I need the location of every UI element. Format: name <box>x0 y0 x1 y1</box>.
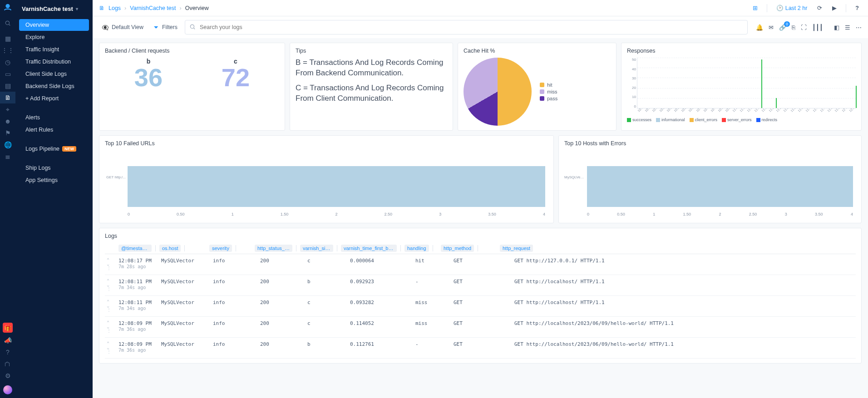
default-view-button[interactable]: 👁️‍🗨️ Default View <box>99 22 146 33</box>
panel-backend-client: Backend / Client requests b 36 c 72 <box>99 43 285 131</box>
refresh-icon[interactable]: ⟳ <box>814 3 825 13</box>
play-icon[interactable]: ▶ <box>829 3 839 13</box>
bar-label: MySQLVecto... <box>564 175 585 179</box>
panel-title: Logs <box>105 233 856 239</box>
help-icon[interactable]: ? <box>0 346 15 358</box>
log-row[interactable]: ⌃⌄⋮12:08:09 PMMySQLVectorinfo200b0.11276… <box>105 338 856 359</box>
rail-box-icon[interactable]: ▭ <box>0 68 15 80</box>
sidebar: VarnishCache test ▾ OverviewExploreTraff… <box>15 0 93 398</box>
legend-item: successes <box>627 118 651 122</box>
grid-view-icon[interactable]: ⊞ <box>750 3 760 13</box>
bar-label: GET http:/... <box>105 175 126 179</box>
topbar: 🗎 Logs › VarnishCache test › Overview ⊞ … <box>93 0 868 16</box>
rail-clock-icon[interactable]: ◷ <box>0 56 15 68</box>
avatar[interactable] <box>3 385 12 394</box>
panel-responses: Responses 50403020100 10:10 AM10:12 AM10… <box>621 43 862 131</box>
gift-icon[interactable]: 🎁 <box>3 323 13 333</box>
filters-button[interactable]: ⏷ Filters <box>151 22 180 32</box>
fullscreen-icon[interactable]: ⛶ <box>801 24 807 31</box>
export-icon[interactable]: ⎘ <box>792 24 795 31</box>
log-column-severity[interactable]: severity <box>209 245 232 252</box>
sidebar-item-client-side-logs[interactable]: Client Side Logs <box>19 68 89 80</box>
log-row[interactable]: ⌃⌄⋮12:08:11 PMMySQLVectorinfo200b0.09292… <box>105 275 856 296</box>
sidebar-item-alert-rules[interactable]: Alert Rules <box>19 124 89 136</box>
rail-dashboard-icon[interactable]: ▦ <box>0 33 15 44</box>
rail-face-icon[interactable]: ☻ <box>0 115 15 127</box>
log-row[interactable]: ⌃⌄⋮12:08:11 PMMySQLVectorinfo200c0.09328… <box>105 296 856 317</box>
legend-item: redirects <box>756 118 778 122</box>
logs-body: ⌃⌄⋮12:08:17 PMMySQLVectorinfo200c0.00006… <box>105 254 856 359</box>
workspace-name: VarnishCache test <box>22 5 73 12</box>
linked-queries-icon[interactable]: 🔗0 <box>779 24 786 31</box>
megaphone-icon[interactable]: 📣 <box>0 334 15 346</box>
cache-legend: hitmisspass <box>540 81 557 103</box>
workspace-switcher[interactable]: VarnishCache test ▾ <box>15 3 93 19</box>
breadcrumb-link[interactable]: VarnishCache test <box>130 5 176 11</box>
sidebar-item--add-report[interactable]: + Add Report <box>19 93 89 104</box>
view-icon: 👁️‍🗨️ <box>102 24 109 31</box>
layout-split-icon[interactable]: ◧ <box>834 24 839 31</box>
breadcrumb-current: Overview <box>185 5 209 11</box>
layout-list-icon[interactable]: ☰ <box>845 24 850 31</box>
log-column-os-host[interactable]: os.host <box>159 245 181 252</box>
content: Backend / Client requests b 36 c 72 Tips <box>93 38 868 398</box>
sidebar-item-explore[interactable]: Explore <box>19 31 89 43</box>
rail-stack-icon[interactable]: ≣ <box>0 151 15 162</box>
log-column-handling[interactable]: handling <box>404 245 429 252</box>
sidebar-item-traffic-insight[interactable]: Traffic Insight <box>19 44 89 55</box>
panel-tips: Tips B = Transactions And Log Records Co… <box>290 43 453 131</box>
search-icon <box>189 24 196 30</box>
more-icon[interactable]: ⋯ <box>856 24 862 31</box>
logs-header: @timestampos.hostseverityhttp_status_co.… <box>105 243 856 254</box>
log-column--timestamp[interactable]: @timestamp <box>118 245 152 252</box>
sidebar-item-backend-side-logs[interactable]: Backend Side Logs <box>19 80 89 92</box>
log-column-http-method[interactable]: http_method <box>441 245 474 252</box>
time-range-picker[interactable]: 🕑 Last 2 hr <box>774 3 810 13</box>
settings-icon[interactable]: ⚙ <box>0 370 15 382</box>
rail-flag-icon[interactable]: ⚑ <box>0 127 15 139</box>
search-input[interactable] <box>185 20 748 34</box>
sidebar-item-ship-logs[interactable]: Ship Logs <box>19 162 89 174</box>
panel-logs: Logs @timestampos.hostseverityhttp_statu… <box>99 228 862 364</box>
cache-pie-chart <box>464 58 532 126</box>
row-handle[interactable]: ⌃⌄⋮ <box>107 341 111 354</box>
row-handle[interactable]: ⌃⌄⋮ <box>107 300 111 312</box>
sidebar-item-overview[interactable]: Overview <box>19 19 89 31</box>
svg-point-0 <box>5 4 10 8</box>
legend-item: pass <box>540 96 557 101</box>
log-column-varnish-side[interactable]: varnish_side <box>300 245 333 252</box>
rail-globe-icon[interactable]: 🌐 <box>0 139 15 151</box>
log-column-http-request[interactable]: http_request <box>500 245 533 252</box>
rail-chart-icon[interactable]: ▤ <box>0 80 15 92</box>
log-column-http-status-co-[interactable]: http_status_co... <box>255 245 292 252</box>
panel-failed-urls: Top 10 Failed URLs GET http:/... 00.5011… <box>99 135 554 223</box>
search-icon[interactable] <box>0 17 15 29</box>
panel-hosts-errors: Top 10 Hosts with Errors MySQLVecto... 0… <box>558 135 862 223</box>
sidebar-item-alerts[interactable]: Alerts <box>19 112 89 123</box>
toolbar: 👁️‍🗨️ Default View ⏷ Filters 🔔 ✉ 🔗0 ⎘ ⛶ … <box>93 16 868 38</box>
rail-logs-icon[interactable]: 🗎 <box>0 92 15 103</box>
team-icon[interactable]: ⛫ <box>0 358 15 370</box>
log-row[interactable]: ⌃⌄⋮12:08:09 PMMySQLVectorinfo200c0.11405… <box>105 317 856 338</box>
legend-item: informational <box>656 118 685 122</box>
log-column-varnish-time-first-byte[interactable]: varnish_time_first_byte <box>341 245 397 252</box>
chevron-down-icon: ▾ <box>76 6 78 11</box>
log-row[interactable]: ⌃⌄⋮12:08:17 PMMySQLVectorinfo200c0.00006… <box>105 254 856 275</box>
row-handle[interactable]: ⌃⌄⋮ <box>107 258 111 270</box>
sidebar-item-logs-pipeline[interactable]: Logs Pipeline NEW <box>19 143 89 155</box>
sidebar-item-traffic-distribution[interactable]: Traffic Distribution <box>19 56 89 68</box>
rail-apps-icon[interactable]: ⋮⋮ <box>0 44 15 56</box>
sidebar-item-app-settings[interactable]: App Settings <box>19 174 89 186</box>
rail-target-icon[interactable]: ⌖ <box>0 103 15 115</box>
mail-icon[interactable]: ✉ <box>769 24 774 31</box>
help-top-icon[interactable]: ? <box>853 3 862 13</box>
bell-icon[interactable]: 🔔 <box>756 24 763 31</box>
barcode-icon[interactable]: ┃┃┃ <box>812 24 823 31</box>
row-handle[interactable]: ⌃⌄⋮ <box>107 279 111 291</box>
clock-icon: 🕑 <box>776 5 784 11</box>
panel-title: Tips <box>296 48 447 54</box>
main: 🗎 Logs › VarnishCache test › Overview ⊞ … <box>93 0 868 398</box>
breadcrumb-link[interactable]: Logs <box>108 5 121 11</box>
row-handle[interactable]: ⌃⌄⋮ <box>107 320 111 333</box>
product-logo <box>3 3 13 13</box>
